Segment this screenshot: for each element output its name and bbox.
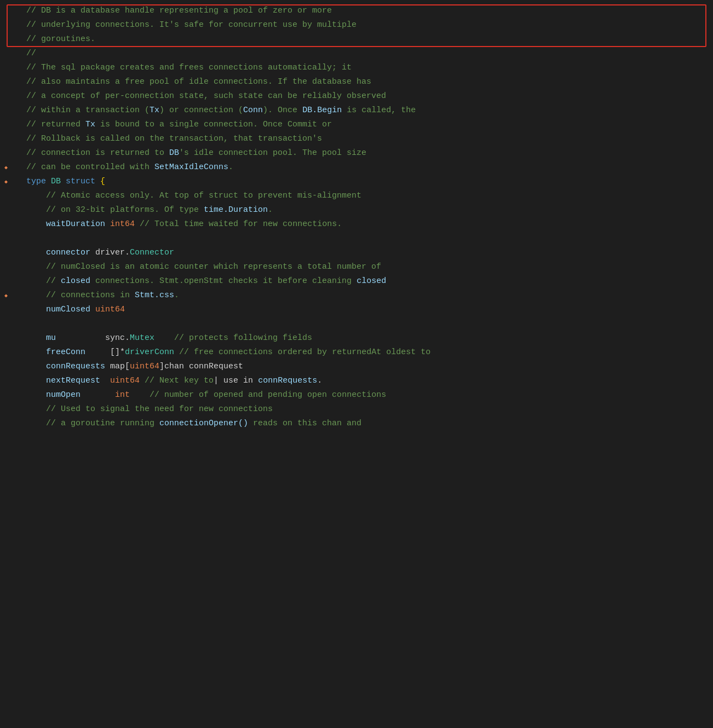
code-token: ]chan connRequest bbox=[159, 362, 243, 371]
code-token: // a concept of per-connection state, su… bbox=[26, 91, 386, 101]
code-token: . bbox=[228, 163, 233, 172]
line-content: freeConn []*driverConn // free connectio… bbox=[26, 346, 704, 359]
code-token: . bbox=[317, 376, 322, 385]
line-content: // within a transaction (Tx) or connecti… bbox=[26, 104, 704, 117]
code-token: // also maintains a free pool of idle co… bbox=[26, 77, 371, 86]
line-content: waitDuration int64 // Total time waited … bbox=[26, 218, 704, 231]
code-token: connectionOpener() bbox=[159, 419, 248, 428]
code-line: // on 32-bit platforms. Of type time.Dur… bbox=[0, 204, 713, 218]
code-token: nextRequest bbox=[46, 376, 100, 385]
code-token: sync. bbox=[105, 333, 130, 343]
code-token: map[ bbox=[105, 362, 130, 371]
code-line: // bbox=[0, 47, 713, 61]
code-token bbox=[26, 348, 46, 357]
line-content: mu sync.Mutex // protects following fiel… bbox=[26, 332, 704, 345]
code-line: type DB struct { bbox=[0, 175, 713, 189]
line-content: type DB struct { bbox=[26, 175, 704, 188]
code-token: reads on this chan and bbox=[248, 419, 361, 428]
code-token: is bound to a single connection. Once Co… bbox=[95, 120, 332, 129]
code-token: DB bbox=[51, 177, 61, 186]
code-line: // The sql package creates and frees con… bbox=[0, 61, 713, 76]
code-token: // Next key to bbox=[140, 376, 214, 385]
code-line: // underlying connections. It's safe for… bbox=[0, 19, 713, 33]
code-token: . bbox=[268, 205, 273, 215]
code-token: // numClosed is an atomic counter which … bbox=[26, 262, 381, 271]
line-content: // goroutines. bbox=[26, 33, 704, 46]
code-token: numOpen bbox=[46, 390, 81, 400]
code-token: mu bbox=[46, 333, 56, 343]
line-content: // Used to signal the need for new conne… bbox=[26, 403, 704, 416]
code-line bbox=[0, 317, 713, 332]
code-token bbox=[81, 390, 115, 400]
code-token: Tx bbox=[85, 120, 95, 129]
code-token: ) or connection ( bbox=[159, 106, 243, 115]
code-token: // Total time waited for new connections… bbox=[135, 219, 342, 229]
line-content: // connection is returned to DB's idle c… bbox=[26, 147, 704, 160]
code-line: // closed connections. Stmt.openStmt che… bbox=[0, 275, 713, 289]
code-token: // free connections ordered by returnedA… bbox=[174, 348, 430, 357]
line-content: // closed connections. Stmt.openStmt che… bbox=[26, 275, 704, 288]
code-line: // Used to signal the need for new conne… bbox=[0, 403, 713, 417]
code-line: mu sync.Mutex // protects following fiel… bbox=[0, 332, 713, 346]
code-token: is called, the bbox=[342, 106, 416, 115]
code-token: connections. Stmt.openStmt checks it bef… bbox=[90, 276, 357, 286]
code-token: | use in bbox=[214, 376, 258, 385]
code-token: // connections in bbox=[26, 291, 135, 300]
code-token bbox=[85, 348, 110, 357]
code-token: driverConn bbox=[125, 348, 174, 357]
code-token: struct bbox=[61, 177, 100, 186]
code-token: underlying connections. It's safe for co… bbox=[41, 20, 357, 30]
code-token bbox=[26, 305, 46, 314]
line-content: // Atomic access only. At top of struct … bbox=[26, 189, 704, 203]
code-line: numOpen int // number of opened and pend… bbox=[0, 389, 713, 403]
code-line: // connection is returned to DB's idle c… bbox=[0, 147, 713, 161]
code-token: int bbox=[115, 390, 130, 400]
code-token: freeConn bbox=[46, 348, 85, 357]
code-token: // returned bbox=[26, 120, 85, 129]
code-token: int64 bbox=[110, 219, 135, 229]
code-line: // also maintains a free pool of idle co… bbox=[0, 76, 713, 90]
line-content: // underlying connections. It's safe for… bbox=[26, 19, 704, 32]
code-token: // bbox=[26, 20, 41, 30]
code-token: // The sql package creates and frees con… bbox=[26, 63, 352, 72]
code-token: numClosed bbox=[46, 305, 90, 314]
code-token: // on 32-bit platforms. Of type bbox=[26, 205, 204, 215]
code-token bbox=[26, 248, 46, 257]
line-content: // Rollback is called on the transaction… bbox=[26, 132, 704, 146]
code-token: closed bbox=[357, 276, 386, 286]
code-token: // within a transaction ( bbox=[26, 106, 150, 115]
code-token bbox=[56, 333, 105, 343]
code-token bbox=[26, 333, 46, 343]
code-token: SetMaxIdleConns bbox=[154, 163, 228, 172]
code-token: // a goroutine running bbox=[26, 419, 159, 428]
code-line: // Atomic access only. At top of struct … bbox=[0, 189, 713, 204]
code-line: // a concept of per-connection state, su… bbox=[0, 90, 713, 104]
code-token: Mutex bbox=[130, 333, 154, 343]
line-content: // The sql package creates and frees con… bbox=[26, 61, 704, 74]
code-token: // bbox=[26, 6, 41, 15]
code-token: // Rollback is called on the transaction… bbox=[26, 134, 322, 143]
code-token: // connection is returned to bbox=[26, 148, 169, 158]
code-token: closed bbox=[61, 276, 90, 286]
line-content: // bbox=[26, 47, 704, 60]
code-token: time.Duration bbox=[204, 205, 268, 215]
code-line: // returned Tx is bound to a single conn… bbox=[0, 118, 713, 132]
code-token: // can be controlled with bbox=[26, 163, 154, 172]
code-token: Connector bbox=[130, 248, 174, 257]
code-token: connRequests bbox=[258, 376, 317, 385]
code-token: uint64 bbox=[95, 305, 125, 314]
code-token: uint64 bbox=[110, 376, 140, 385]
code-token: DB.Begin bbox=[302, 106, 342, 115]
code-line: freeConn []*driverConn // free connectio… bbox=[0, 346, 713, 360]
line-content: numOpen int // number of opened and pend… bbox=[26, 389, 704, 402]
code-token: // number of opened and pending open con… bbox=[130, 390, 386, 400]
code-token: waitDuration bbox=[46, 219, 105, 229]
code-token: DB bbox=[169, 148, 179, 158]
code-token: // bbox=[26, 276, 61, 286]
code-line: // DB is a database handle representing … bbox=[0, 4, 713, 19]
line-content: // numClosed is an atomic counter which … bbox=[26, 261, 704, 274]
code-token: goroutines. bbox=[41, 34, 95, 44]
code-token: connector bbox=[46, 248, 90, 257]
code-line: // goroutines. bbox=[0, 33, 713, 47]
code-token: . bbox=[174, 291, 179, 300]
